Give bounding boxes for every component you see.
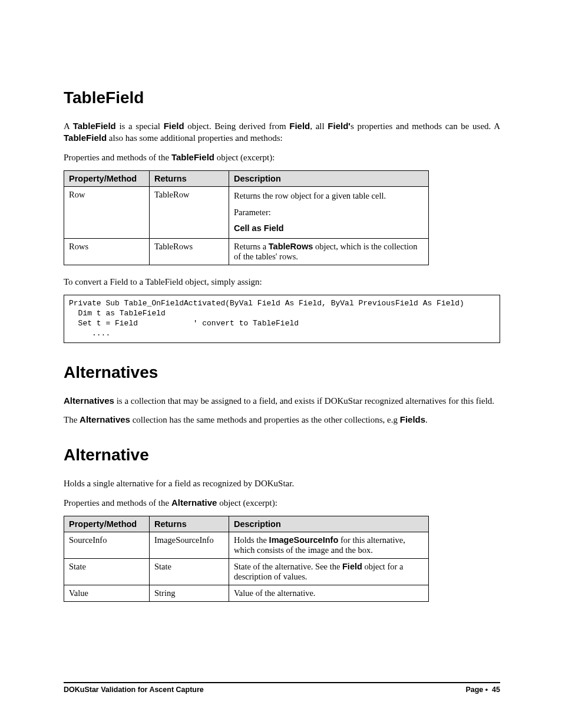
alternatives-para2: The Alternatives collection has the same… [64,414,500,426]
col-description: Description [229,516,429,532]
col-property-method: Property/Method [64,170,150,186]
page: TableField A TableField is a special Fie… [0,0,562,728]
table-header-row: Property/Method Returns Description [64,516,429,532]
tablefield-props-intro: Properties and methods of the TableField… [64,151,500,163]
col-property-method: Property/Method [64,516,150,532]
tablefield-intro-para: A TableField is a special Field object. … [64,120,500,144]
table-header-row: Property/Method Returns Description [64,170,429,186]
table-row: State State State of the alternative. Se… [64,558,429,585]
heading-alternatives: Alternatives [64,363,500,382]
footer-right: Page • 45 [465,686,500,694]
heading-alternative: Alternative [64,446,500,465]
code-block: Private Sub Table_OnFieldActivated(ByVal… [64,295,500,343]
col-returns: Returns [150,516,229,532]
alternative-table: Property/Method Returns Description Sour… [64,516,429,602]
table-row: Rows TableRows Returns a TableRows objec… [64,239,429,265]
col-description: Description [229,170,429,186]
heading-tablefield: TableField [64,88,500,107]
convert-para: To convert a Field to a TableField objec… [64,276,500,288]
alternative-para2: Properties and methods of the Alternativ… [64,497,500,509]
tablefield-table: Property/Method Returns Description Row … [64,170,429,265]
page-footer: DOKuStar Validation for Ascent Capture P… [64,682,500,694]
table-row: SourceInfo ImageSourceInfo Holds the Ima… [64,532,429,558]
table-row: Row TableRow Returns the row object for … [64,186,429,238]
col-returns: Returns [150,170,229,186]
alternatives-para1: Alternatives is a collection that may be… [64,395,500,407]
table-row: Value String Value of the alternative. [64,585,429,601]
footer-left: DOKuStar Validation for Ascent Capture [64,686,204,694]
alternative-para1: Holds a single alternative for a field a… [64,477,500,489]
